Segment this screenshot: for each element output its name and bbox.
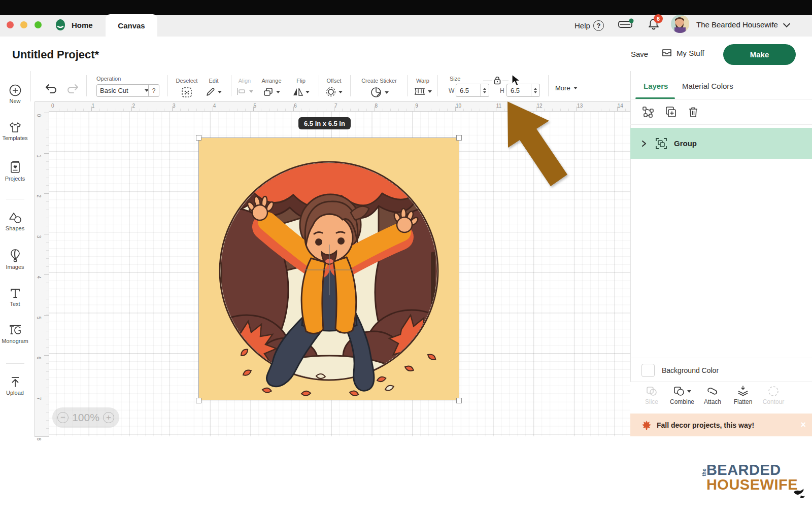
- layer-row-group[interactable]: Group: [630, 128, 812, 159]
- combine-button[interactable]: Combine: [668, 386, 696, 405]
- new-plus-icon: [9, 84, 22, 97]
- offset-button[interactable]: Offset: [320, 76, 348, 97]
- caret-down-icon: [339, 91, 343, 93]
- zoom-out-button[interactable]: −: [57, 412, 69, 423]
- warp-label: Warp: [416, 78, 429, 84]
- sidebar-divider: [6, 199, 24, 199]
- sidebar-item-label: Shapes: [0, 225, 30, 231]
- arrange-layers-button[interactable]: [641, 106, 655, 119]
- tshirt-icon: [8, 121, 22, 134]
- height-stepper[interactable]: [531, 84, 539, 96]
- window-minimize-button[interactable]: [20, 21, 27, 28]
- width-input[interactable]: [456, 84, 480, 96]
- attach-button[interactable]: Attach: [698, 386, 727, 405]
- help-button[interactable]: Help ?: [574, 20, 604, 31]
- sidebar-item-monogram[interactable]: Monogram: [0, 324, 30, 344]
- sidebar-item-images[interactable]: Images: [0, 249, 30, 270]
- caret-down-icon: [573, 87, 578, 89]
- deselect-icon: [181, 86, 193, 98]
- top-black-bar: [0, 0, 812, 15]
- annotation-arrow: [482, 96, 584, 193]
- pencil-icon: [206, 87, 216, 97]
- account-menu[interactable]: The Bearded Housewife: [696, 20, 789, 29]
- width-label: W: [449, 87, 454, 94]
- zoom-in-button[interactable]: +: [103, 412, 114, 423]
- sidebar-item-label: Templates: [0, 135, 30, 141]
- toolbar-divider: [167, 75, 168, 96]
- text-icon: [9, 287, 21, 300]
- tab-layers[interactable]: Layers: [644, 82, 668, 90]
- redo-button[interactable]: [66, 83, 79, 94]
- flip-button[interactable]: Flip: [288, 76, 314, 97]
- zoom-level: 100%: [72, 411, 99, 424]
- sidebar-item-label: Monogram: [0, 338, 30, 344]
- tab-material-colors[interactable]: Material Colors: [682, 82, 733, 90]
- arrange-button[interactable]: Arrange: [256, 76, 287, 97]
- width-stepper[interactable]: [480, 84, 489, 96]
- more-button[interactable]: More: [555, 84, 578, 92]
- flip-icon: [292, 87, 303, 97]
- toolbar-divider: [86, 75, 87, 96]
- sidebar-item-templates[interactable]: Templates: [0, 121, 30, 141]
- promo-banner[interactable]: Fall decor projects, this way! ×: [630, 414, 812, 436]
- redo-icon: [66, 83, 79, 94]
- flatten-button[interactable]: Flatten: [729, 386, 757, 405]
- panel-divider: [630, 358, 812, 358]
- selection-handle-ne[interactable]: [456, 135, 462, 141]
- undo-button[interactable]: [45, 83, 58, 94]
- warp-button[interactable]: Warp: [409, 76, 436, 96]
- lock-link-right: [502, 81, 509, 82]
- lock-link-left: [483, 81, 492, 82]
- avatar[interactable]: [670, 14, 690, 33]
- cutting-machine-icon: [617, 18, 634, 30]
- deselect-button[interactable]: Deselect: [173, 76, 201, 98]
- sidebar-item-label: Images: [0, 264, 30, 270]
- selection-handle-sw[interactable]: [196, 398, 201, 403]
- delete-button[interactable]: [687, 106, 699, 119]
- caret-down-icon: [385, 91, 389, 94]
- create-sticker-button[interactable]: Create Sticker: [353, 76, 405, 98]
- home-tab[interactable]: Home: [54, 18, 93, 31]
- width-field: [456, 84, 489, 97]
- vertical-ruler: 012345678: [35, 111, 49, 437]
- toolbar-divider: [231, 75, 231, 96]
- deselect-label: Deselect: [176, 78, 198, 84]
- logo-the: the: [701, 469, 706, 476]
- group-icon: [655, 137, 668, 150]
- size-lock-button[interactable]: [493, 76, 502, 85]
- sidebar-item-label: Text: [0, 301, 30, 307]
- combine-icon: [673, 386, 685, 397]
- operation-dropdown[interactable]: Basic Cut: [96, 84, 152, 97]
- machine-status-button[interactable]: [617, 18, 634, 30]
- bearded-housewife-logo: the BEARDED HOUSEWIFE: [706, 463, 798, 492]
- window-zoom-button[interactable]: [35, 21, 42, 28]
- sidebar-item-upload[interactable]: Upload: [0, 375, 30, 396]
- tab-canvas[interactable]: Canvas: [106, 14, 157, 37]
- selection-handle-nw[interactable]: [196, 135, 201, 141]
- sidebar-item-shapes[interactable]: Shapes: [0, 211, 30, 231]
- warp-icon: [414, 87, 426, 96]
- size-tooltip: 6.5 in x 6.5 in: [298, 117, 351, 129]
- selection-handle-se[interactable]: [456, 398, 462, 403]
- shapes-icon: [8, 211, 22, 224]
- duplicate-button[interactable]: [664, 106, 677, 119]
- expand-chevron-icon[interactable]: [641, 140, 647, 147]
- make-button[interactable]: Make: [723, 44, 796, 65]
- edit-button[interactable]: Edit: [202, 76, 225, 97]
- hot-air-balloon-icon: [9, 249, 21, 263]
- save-button[interactable]: Save: [631, 50, 648, 58]
- arrange-icon: [263, 87, 274, 97]
- toolbar-divider: [319, 75, 319, 96]
- my-stuff-button[interactable]: My Stuff: [661, 48, 704, 58]
- banner-close-button[interactable]: ×: [800, 420, 806, 430]
- slice-button: Slice: [637, 386, 666, 405]
- sidebar-item-new[interactable]: New: [0, 84, 30, 104]
- window-close-button[interactable]: [7, 21, 14, 28]
- operation-help-button[interactable]: ?: [148, 84, 159, 97]
- sidebar-item-projects[interactable]: Projects: [0, 160, 30, 182]
- sidebar-item-text[interactable]: Text: [0, 287, 30, 307]
- background-color-swatch[interactable]: [641, 364, 655, 377]
- lock-icon: [493, 76, 502, 85]
- flatten-icon: [736, 386, 750, 397]
- notifications-button[interactable]: 6: [647, 17, 661, 31]
